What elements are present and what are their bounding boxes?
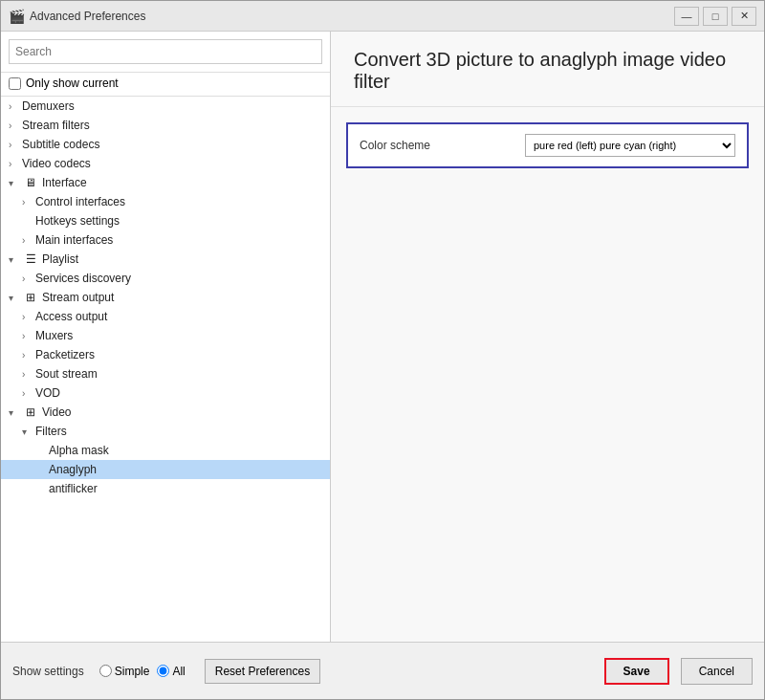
tree-item-label: Services discovery xyxy=(35,272,322,285)
reset-preferences-button[interactable]: Reset Preferences xyxy=(205,659,320,684)
radio-all: All xyxy=(157,665,185,678)
tree-item-label: Main interfaces xyxy=(35,233,322,247)
setting-group: Color scheme pure red (left) pure cyan (… xyxy=(346,122,749,168)
only-show-row: Only show current xyxy=(1,73,330,97)
expand-arrow: › xyxy=(22,235,35,246)
only-show-checkbox[interactable] xyxy=(9,77,21,90)
expand-arrow: ▾ xyxy=(9,407,22,418)
expand-arrow: › xyxy=(22,312,35,322)
setting-row: Color scheme pure red (left) pure cyan (… xyxy=(360,134,735,157)
main-panel: Convert 3D picture to anaglyph image vid… xyxy=(331,32,764,642)
tree-item-label: Video codecs xyxy=(22,157,322,170)
radio-group: Simple All xyxy=(99,665,186,678)
close-button[interactable]: ✕ xyxy=(732,7,756,26)
tree-item-label: Control interfaces xyxy=(35,195,322,208)
tree-item-packetizers[interactable]: ›Packetizers xyxy=(1,345,330,364)
expand-arrow: › xyxy=(22,197,35,208)
content-area: Only show current ›Demuxers›Stream filte… xyxy=(1,32,764,642)
expand-arrow: › xyxy=(9,101,22,112)
tree-item-label: Interface xyxy=(42,176,322,189)
expand-arrow: › xyxy=(9,120,22,131)
tree-item-stream-filters[interactable]: ›Stream filters xyxy=(1,116,330,135)
tree-item-label: Video xyxy=(42,405,322,419)
tree-section-icon: 🖥 xyxy=(22,176,39,189)
expand-arrow: ▾ xyxy=(9,293,22,303)
tree-item-vod[interactable]: ›VOD xyxy=(1,383,330,403)
show-settings-label: Show settings xyxy=(12,665,84,678)
color-scheme-label: Color scheme xyxy=(360,139,430,152)
tree-item-alpha-mask[interactable]: Alpha mask xyxy=(1,441,330,460)
tree-container[interactable]: ›Demuxers›Stream filters›Subtitle codecs… xyxy=(1,97,330,642)
tree-item-filters[interactable]: ▾Filters xyxy=(1,422,330,441)
cancel-button[interactable]: Cancel xyxy=(681,658,753,685)
expand-arrow: ▾ xyxy=(9,254,22,265)
bottom-bar: Show settings Simple All Reset Preferenc… xyxy=(1,642,764,699)
tree-item-services-discovery[interactable]: ›Services discovery xyxy=(1,269,330,288)
only-show-label: Only show current xyxy=(26,77,119,90)
panel-title: Convert 3D picture to anaglyph image vid… xyxy=(331,32,764,107)
maximize-button[interactable]: □ xyxy=(703,7,728,26)
tree-item-access-output[interactable]: ›Access output xyxy=(1,307,330,326)
tree-item-interface[interactable]: ▾🖥Interface xyxy=(1,173,330,192)
panel-content: Color scheme pure red (left) pure cyan (… xyxy=(331,107,764,642)
expand-arrow: ▾ xyxy=(9,178,22,188)
radio-all-label: All xyxy=(172,665,185,678)
tree-item-main-interfaces[interactable]: ›Main interfaces xyxy=(1,230,330,250)
radio-simple-label: Simple xyxy=(115,665,150,678)
tree-item-label: Sout stream xyxy=(35,367,322,381)
tree-item-label: Filters xyxy=(35,425,322,438)
tree-item-video-codecs[interactable]: ›Video codecs xyxy=(1,154,330,173)
tree-item-stream-output[interactable]: ▾⊞Stream output xyxy=(1,288,330,307)
tree-item-label: Playlist xyxy=(42,252,322,266)
tree-item-label: Alpha mask xyxy=(49,444,322,457)
tree-item-label: Stream filters xyxy=(22,119,322,132)
tree-item-label: Hotkeys settings xyxy=(35,214,322,228)
radio-all-input[interactable] xyxy=(157,665,169,677)
tree-item-hotkeys-settings[interactable]: Hotkeys settings xyxy=(1,211,330,230)
expand-arrow: › xyxy=(9,159,22,169)
titlebar: 🎬 Advanced Preferences — □ ✕ xyxy=(1,1,764,32)
main-window: 🎬 Advanced Preferences — □ ✕ Only show c… xyxy=(0,0,765,700)
tree-item-subtitle-codecs[interactable]: ›Subtitle codecs xyxy=(1,135,330,154)
search-input[interactable] xyxy=(9,39,322,64)
expand-arrow: › xyxy=(9,140,22,150)
tree-item-label: VOD xyxy=(35,386,322,400)
expand-arrow: › xyxy=(22,331,35,341)
tree-item-label: Muxers xyxy=(35,329,322,342)
save-button[interactable]: Save xyxy=(604,658,669,685)
expand-arrow: › xyxy=(22,350,35,361)
tree-item-anaglyph[interactable]: Anaglyph xyxy=(1,460,330,479)
color-scheme-select[interactable]: pure red (left) pure cyan (right)anaglyp… xyxy=(525,134,735,157)
tree-item-label: Packetizers xyxy=(35,348,322,361)
tree-item-sout-stream[interactable]: ›Sout stream xyxy=(1,364,330,383)
expand-arrow: ▾ xyxy=(22,427,35,437)
tree-item-label: Stream output xyxy=(42,291,322,304)
search-box xyxy=(1,32,330,73)
tree-item-muxers[interactable]: ›Muxers xyxy=(1,326,330,345)
window-controls: — □ ✕ xyxy=(674,7,756,26)
tree-section-icon: ⊞ xyxy=(22,291,39,304)
setting-control: pure red (left) pure cyan (right)anaglyp… xyxy=(525,134,735,157)
expand-arrow: › xyxy=(22,388,35,399)
window-title: Advanced Preferences xyxy=(30,10,674,23)
minimize-button[interactable]: — xyxy=(674,7,699,26)
expand-arrow: › xyxy=(22,369,35,380)
tree-item-demuxers[interactable]: ›Demuxers xyxy=(1,97,330,116)
tree-item-video[interactable]: ▾⊞Video xyxy=(1,403,330,422)
tree-section-icon: ☰ xyxy=(22,252,39,266)
tree-item-label: antiflicker xyxy=(49,482,322,495)
app-icon: 🎬 xyxy=(9,9,24,24)
tree-item-playlist[interactable]: ▾☰Playlist xyxy=(1,250,330,269)
sidebar: Only show current ›Demuxers›Stream filte… xyxy=(1,32,331,642)
tree-item-control-interfaces[interactable]: ›Control interfaces xyxy=(1,192,330,211)
radio-simple-input[interactable] xyxy=(99,665,112,677)
tree-item-label: Demuxers xyxy=(22,99,322,113)
tree-section-icon: ⊞ xyxy=(22,405,39,419)
tree-item-label: Subtitle codecs xyxy=(22,138,322,151)
tree-item-antiflicker[interactable]: antiflicker xyxy=(1,479,330,498)
tree-item-label: Anaglyph xyxy=(49,463,322,476)
expand-arrow: › xyxy=(22,273,35,284)
radio-simple: Simple xyxy=(99,665,150,678)
tree-item-label: Access output xyxy=(35,310,322,323)
